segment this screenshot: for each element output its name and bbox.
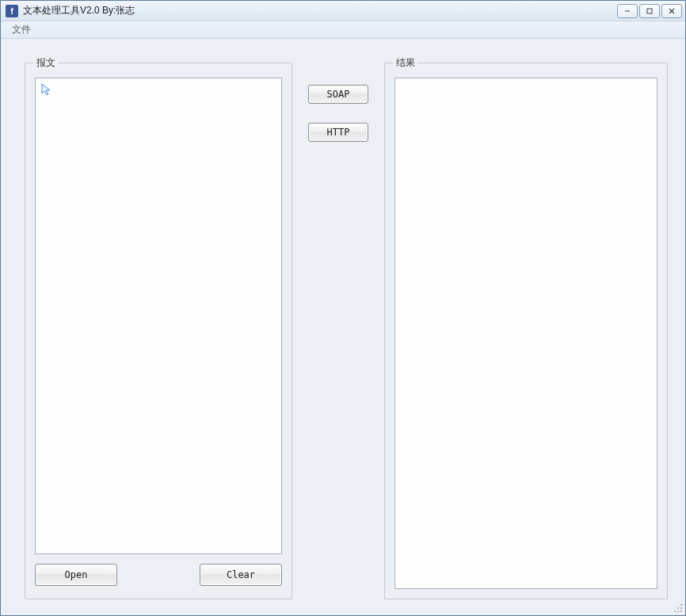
resize-grip-icon[interactable]	[672, 602, 683, 613]
close-button[interactable]	[661, 4, 682, 18]
window-title: 文本处理工具V2.0 By:张志	[23, 4, 135, 17]
svg-rect-1	[647, 9, 652, 13]
http-button[interactable]: HTTP	[308, 123, 368, 142]
svg-point-7	[674, 610, 676, 612]
app-window: f 文本处理工具V2.0 By:张志 文件 报文 Open	[0, 0, 686, 616]
input-groupbox: 报文 Open Clear	[25, 63, 292, 599]
app-icon: f	[6, 5, 18, 17]
action-column: SOAP HTTP	[305, 63, 372, 599]
maximize-icon	[646, 7, 654, 15]
minimize-button[interactable]	[617, 4, 638, 18]
minimize-icon	[623, 7, 631, 15]
window-controls	[617, 4, 682, 18]
svg-point-4	[680, 604, 682, 606]
input-button-row: Open Clear	[35, 564, 282, 586]
input-textarea[interactable]	[35, 78, 282, 554]
menu-file[interactable]: 文件	[6, 21, 37, 38]
maximize-button[interactable]	[639, 4, 660, 18]
soap-button[interactable]: SOAP	[308, 85, 368, 104]
svg-point-6	[680, 607, 682, 609]
input-group-legend: 报文	[33, 56, 59, 70]
svg-point-8	[677, 610, 679, 612]
titlebar: f 文本处理工具V2.0 By:张志	[1, 1, 685, 21]
output-group-legend: 结果	[393, 56, 418, 70]
client-area: 报文 Open Clear SOAP HTTP 结果	[1, 39, 685, 615]
close-icon	[668, 7, 676, 15]
text-cursor-icon	[40, 83, 51, 96]
output-groupbox: 结果	[384, 63, 668, 599]
output-textarea[interactable]	[394, 78, 657, 589]
menubar: 文件	[1, 21, 685, 39]
clear-button[interactable]: Clear	[200, 564, 282, 586]
svg-point-5	[677, 607, 679, 609]
open-button[interactable]: Open	[35, 564, 117, 586]
svg-point-9	[680, 610, 682, 612]
